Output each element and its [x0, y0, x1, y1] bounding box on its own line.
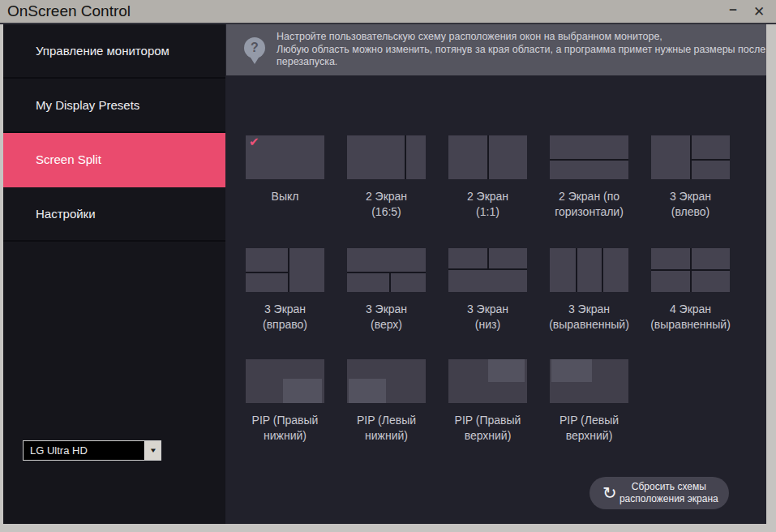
sidebar: Управление монитором My Display Presets … — [3, 24, 225, 524]
layout-option-3-screen-bottom[interactable]: 3 Экран (низ) — [437, 248, 538, 332]
dropdown-button[interactable]: ▼ — [144, 441, 161, 460]
layout-grid: ✔ Выкл 2 Экран (16:5) — [234, 135, 745, 444]
layout-thumbnail-3-screen-even — [550, 248, 628, 292]
check-icon: ✔ — [249, 135, 259, 149]
layout-label: Выкл — [234, 189, 336, 204]
pip-inset — [551, 359, 592, 382]
split-line — [246, 272, 288, 273]
layout-option-pip-top-left[interactable]: PIP (Левый верхний) — [538, 359, 640, 444]
layout-label: 3 Экран (выравненный) — [538, 302, 640, 332]
minimize-icon: – — [729, 2, 736, 18]
layout-thumbnail-3-screen-top — [347, 248, 426, 292]
monitor-select-value: LG Ultra HD — [24, 441, 144, 460]
layout-option-3-screen-even[interactable]: 3 Экран (выравненный) — [538, 248, 640, 332]
split-line — [288, 248, 289, 292]
layout-thumbnail-3-screen-right — [246, 248, 324, 292]
main-content: ? Настройте пользовательскую схему распо… — [225, 24, 766, 524]
pip-inset — [488, 359, 525, 382]
split-line — [602, 248, 603, 292]
split-line — [405, 135, 406, 179]
layout-option-3-screen-left[interactable]: 3 Экран (влево) — [640, 135, 741, 220]
layout-option-pip-bottom-left[interactable]: PIP (Левый нижний) — [336, 359, 437, 444]
banner-line: Любую область можно изменить, потянув за… — [277, 44, 765, 57]
layout-option-4-screen-even[interactable]: 4 Экран (выравненный) — [640, 248, 741, 332]
sidebar-item-label: Настройки — [36, 207, 96, 221]
pin-tail — [251, 58, 259, 64]
layout-label: 2 Экран (1:1) — [437, 189, 538, 220]
app-body: Управление монитором My Display Presets … — [3, 24, 766, 524]
layout-label: PIP (Правый верхний) — [437, 413, 538, 444]
layout-label: 3 Экран (вправо) — [234, 302, 336, 332]
layout-label: 4 Экран (выравненный) — [640, 302, 741, 332]
banner-line: перезапуска. — [277, 56, 765, 69]
layout-row-3: PIP (Правый нижний) PIP (Левый нижний) — [234, 359, 745, 444]
question-mark-icon: ? — [244, 37, 265, 58]
help-pin-icon: ? — [244, 37, 265, 65]
layout-label: 2 Экран (16:5) — [336, 189, 437, 220]
app-window: OnScreen Control – ✕ Управление мониторо… — [0, 0, 776, 532]
layout-option-pip-top-right[interactable]: PIP (Правый верхний) — [437, 359, 538, 444]
split-line — [690, 135, 692, 179]
layout-option-2-screen-1-1[interactable]: 2 Экран (1:1) — [437, 135, 538, 220]
split-line — [448, 268, 527, 270]
sidebar-item-label: Screen Split — [36, 152, 101, 166]
layout-option-off[interactable]: ✔ Выкл — [234, 135, 336, 220]
close-icon: ✕ — [753, 3, 765, 20]
layout-thumbnail-pip-top-right — [448, 359, 527, 403]
monitor-select-dropdown[interactable]: LG Ultra HD ▼ — [23, 440, 161, 461]
layout-thumbnail-3-screen-bottom — [448, 248, 527, 292]
layout-label: 3 Экран (влево) — [640, 189, 741, 220]
split-line — [576, 248, 577, 292]
split-line — [389, 272, 391, 292]
layout-label: PIP (Левый верхний) — [538, 413, 640, 444]
window-title: OnScreen Control — [7, 2, 131, 20]
minimize-button[interactable]: – — [724, 2, 742, 21]
layout-thumbnail-pip-bottom-left — [347, 359, 426, 403]
chevron-down-icon: ▼ — [148, 447, 156, 454]
reset-layouts-button[interactable]: ↻ Сбросить схемы расположения экрана — [590, 477, 729, 509]
layout-label: PIP (Правый нижний) — [234, 413, 336, 444]
layout-option-2-screen-16-5[interactable]: 2 Экран (16:5) — [336, 135, 437, 220]
layout-label: 2 Экран (по горизонтали) — [538, 189, 640, 220]
split-line — [690, 159, 730, 161]
layout-thumbnail-pip-top-left — [550, 359, 628, 403]
sidebar-item-settings[interactable]: Настройки — [3, 187, 225, 242]
layout-thumbnail-2-screen-horizontal — [550, 135, 628, 179]
split-line — [487, 248, 489, 268]
layout-thumbnail-4-screen-even — [651, 248, 730, 292]
sidebar-item-label: My Display Presets — [36, 98, 139, 112]
sidebar-item-my-display-presets[interactable]: My Display Presets — [3, 79, 225, 133]
sidebar-item-screen-split[interactable]: Screen Split — [3, 133, 225, 187]
layout-row-1: ✔ Выкл 2 Экран (16:5) — [234, 135, 745, 220]
layout-thumbnail-off: ✔ — [246, 135, 324, 179]
close-button[interactable]: ✕ — [750, 2, 768, 21]
split-line — [651, 269, 730, 271]
layout-thumbnail-pip-bottom-right — [246, 359, 324, 403]
layout-thumbnail-2-screen-1-1 — [448, 135, 527, 179]
layout-label: 3 Экран (верх) — [336, 302, 437, 332]
banner-text: Настройте пользовательскую схему располо… — [277, 31, 765, 69]
pip-inset — [349, 379, 387, 403]
layout-option-3-screen-top[interactable]: 3 Экран (верх) — [336, 248, 437, 332]
banner-line: Настройте пользовательскую схему располо… — [277, 31, 765, 44]
sidebar-item-label: Управление монитором — [36, 44, 169, 58]
split-line — [487, 135, 489, 179]
info-banner: ? Настройте пользовательскую схему распо… — [226, 24, 766, 75]
layout-option-pip-bottom-right[interactable]: PIP (Правый нижний) — [234, 359, 336, 444]
reset-button-label: Сбросить схемы расположения экрана — [617, 481, 729, 505]
layout-label: 3 Экран (низ) — [437, 302, 538, 332]
pip-inset — [283, 379, 323, 403]
layout-option-3-screen-right[interactable]: 3 Экран (вправо) — [234, 248, 336, 332]
layout-option-2-screen-horizontal[interactable]: 2 Экран (по горизонтали) — [538, 135, 640, 220]
split-line — [550, 159, 628, 161]
refresh-icon: ↻ — [602, 484, 617, 501]
layout-thumbnail-2-screen-16-5 — [347, 135, 426, 179]
titlebar: OnScreen Control – ✕ — [0, 0, 776, 23]
window-controls: – ✕ — [724, 0, 768, 23]
layout-row-2: 3 Экран (вправо) 3 Экран (верх) — [234, 248, 745, 332]
layout-label: PIP (Левый нижний) — [336, 413, 437, 444]
layout-thumbnail-3-screen-left — [651, 135, 730, 179]
split-line — [347, 272, 426, 273]
sidebar-item-monitor-control[interactable]: Управление монитором — [3, 24, 225, 79]
